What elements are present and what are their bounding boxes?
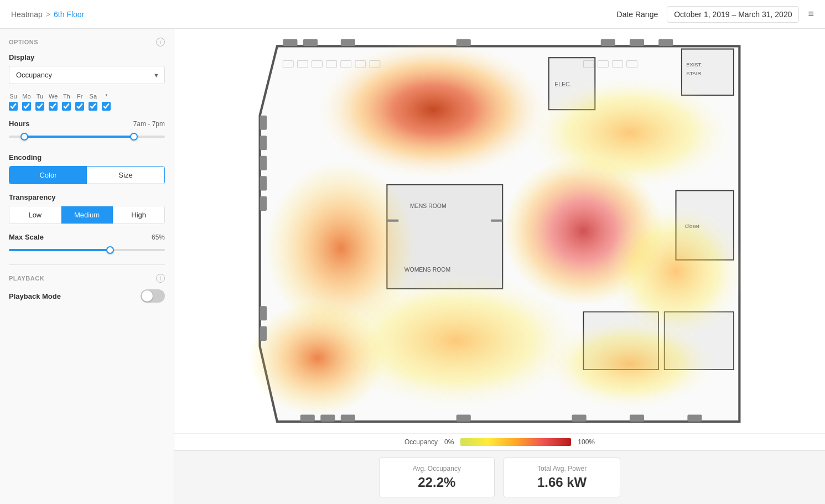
svg-text:STAIR: STAIR — [686, 70, 701, 76]
day-we-checkbox[interactable] — [49, 102, 58, 111]
legend-max-pct: 100% — [578, 438, 595, 446]
day-th: Th — [62, 93, 71, 111]
transparency-medium-button[interactable]: Medium — [61, 206, 113, 224]
playback-info-icon[interactable]: i — [156, 274, 165, 283]
svg-rect-38 — [260, 196, 267, 211]
legend-label: Occupancy — [404, 438, 438, 446]
encoding-color-button[interactable]: Color — [9, 167, 87, 184]
options-title: OPTIONS — [9, 39, 38, 45]
playback-toggle[interactable] — [141, 289, 165, 303]
display-label: Display — [9, 53, 165, 61]
heatmap-svg: MENS ROOM WOMENS ROOM ELEC. EXIST. STAIR… — [174, 29, 825, 433]
svg-rect-43 — [341, 415, 355, 422]
scale-fill — [9, 249, 110, 251]
svg-rect-39 — [260, 306, 267, 320]
svg-rect-50 — [341, 39, 355, 46]
stat-power-value: 1.66 kW — [537, 475, 587, 490]
svg-point-17 — [526, 75, 734, 191]
svg-rect-37 — [260, 176, 267, 190]
svg-point-13 — [318, 40, 549, 179]
svg-rect-41 — [300, 415, 315, 422]
breadcrumb-separator: > — [46, 10, 50, 19]
encoding-buttons: Color Size — [9, 166, 165, 184]
svg-point-20 — [248, 300, 387, 416]
day-fr: Fr — [75, 93, 84, 111]
svg-rect-47 — [687, 415, 702, 422]
breadcrumb-current[interactable]: 6th Floor — [54, 10, 84, 19]
hours-slider-left-thumb[interactable] — [20, 133, 28, 141]
day-star: * — [102, 93, 111, 111]
transparency-high-button[interactable]: High — [113, 206, 164, 224]
transparency-low-button[interactable]: Low — [9, 206, 61, 224]
day-th-checkbox[interactable] — [62, 102, 71, 111]
stat-occupancy-value: 22.2% — [413, 475, 461, 490]
header-right: Date Range October 1, 2019 – March 31, 2… — [617, 6, 814, 23]
day-sa: Sa — [89, 93, 97, 111]
svg-rect-36 — [260, 156, 267, 170]
svg-rect-45 — [572, 415, 587, 422]
day-su-checkbox[interactable] — [9, 102, 18, 111]
hours-slider[interactable] — [9, 131, 165, 142]
svg-rect-32 — [387, 220, 398, 222]
sidebar-divider — [9, 264, 165, 265]
legend-bar: Occupancy 0% 100% — [174, 433, 825, 450]
encoding-size-button[interactable]: Size — [87, 167, 164, 184]
scale-thumb[interactable] — [106, 246, 114, 254]
hours-label: Hours — [9, 119, 30, 128]
day-tu: Tu — [35, 93, 44, 111]
hours-row: Hours 7am - 7pm — [9, 119, 165, 128]
menu-icon[interactable]: ≡ — [808, 8, 814, 20]
date-range-value[interactable]: October 1, 2019 – March 31, 2020 — [667, 6, 799, 23]
scale-track — [9, 249, 165, 251]
day-mo: Mo — [22, 93, 31, 111]
transparency-buttons: Low Medium High — [9, 206, 165, 224]
stat-card-power: Total Avg. Power 1.66 kW — [504, 458, 620, 497]
display-select[interactable]: Occupancy Power Temperature — [9, 66, 165, 84]
options-section-header: OPTIONS i — [9, 38, 165, 46]
header: Heatmap > 6th Floor Date Range October 1… — [0, 0, 825, 29]
day-sa-checkbox[interactable] — [89, 102, 97, 111]
svg-rect-44 — [456, 415, 471, 422]
options-info-icon[interactable]: i — [156, 38, 165, 46]
day-tu-checkbox[interactable] — [35, 102, 44, 111]
legend-gradient — [460, 438, 571, 446]
breadcrumb-parent: Heatmap — [11, 10, 43, 19]
day-fr-checkbox[interactable] — [75, 102, 84, 111]
svg-point-19 — [543, 318, 716, 410]
playback-mode-label: Playback Mode — [9, 292, 61, 300]
map-area: MENS ROOM WOMENS ROOM ELEC. EXIST. STAIR… — [174, 29, 825, 504]
playback-title: PLAYBACK — [9, 275, 44, 282]
svg-rect-46 — [630, 415, 644, 422]
day-we: We — [49, 93, 58, 111]
stat-card-occupancy: Avg. Occupancy 22.2% — [379, 458, 495, 497]
max-scale-label: Max Scale — [9, 233, 44, 241]
svg-text:EXIST.: EXIST. — [686, 61, 702, 67]
day-star-checkbox[interactable] — [102, 102, 111, 111]
svg-rect-35 — [260, 136, 267, 150]
svg-rect-49 — [303, 39, 318, 46]
day-su: Su — [9, 93, 18, 111]
hours-slider-right-thumb[interactable] — [130, 133, 138, 141]
hours-slider-track — [9, 136, 165, 138]
legend-min-pct: 0% — [444, 438, 454, 446]
svg-rect-33 — [491, 220, 502, 222]
playback-toggle-knob — [142, 290, 153, 302]
stat-power-label: Total Avg. Power — [537, 465, 587, 472]
main-layout: OPTIONS i Display Occupancy Power Temper… — [0, 29, 825, 504]
svg-rect-42 — [320, 415, 335, 422]
svg-rect-52 — [601, 39, 615, 46]
days-row: Su Mo Tu We Th Fr — [9, 93, 165, 111]
transparency-label: Transparency — [9, 193, 165, 201]
encoding-label: Encoding — [9, 153, 165, 162]
map-container[interactable]: MENS ROOM WOMENS ROOM ELEC. EXIST. STAIR… — [174, 29, 825, 433]
svg-rect-53 — [630, 39, 644, 46]
playback-section-header: PLAYBACK i — [9, 274, 165, 283]
day-mo-checkbox[interactable] — [22, 102, 31, 111]
stats-bar: Avg. Occupancy 22.2% Total Avg. Power 1.… — [174, 450, 825, 504]
breadcrumb: Heatmap > 6th Floor — [11, 10, 84, 19]
svg-rect-48 — [283, 39, 297, 46]
max-scale-row: Max Scale 65% — [9, 233, 165, 241]
max-scale-slider[interactable] — [9, 245, 165, 256]
hours-slider-fill — [24, 136, 133, 138]
date-range-label: Date Range — [617, 10, 658, 19]
